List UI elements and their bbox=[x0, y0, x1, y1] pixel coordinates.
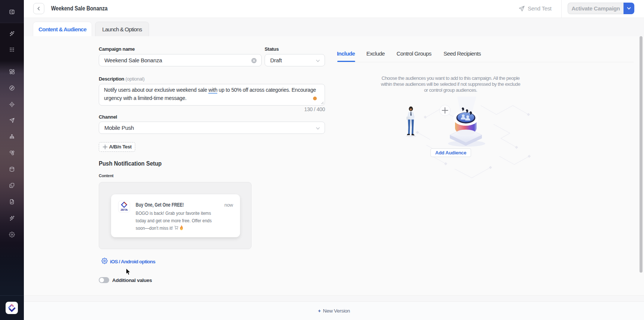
svg-text:ZETA: ZETA bbox=[120, 208, 128, 211]
